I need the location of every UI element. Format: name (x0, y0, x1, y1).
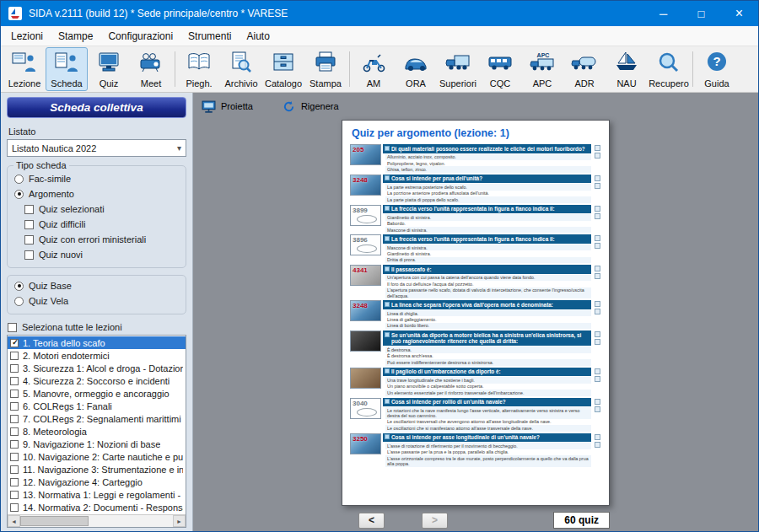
quiz-project-button[interactable] (595, 309, 600, 314)
quiz-select-button[interactable] (595, 331, 600, 337)
lesson-item[interactable]: 1. Teoria dello scafo (8, 336, 186, 349)
menu-item-stampe[interactable]: Stampe (51, 28, 100, 45)
checkbox-quiz-errori[interactable]: Quiz con errori ministeriali (24, 234, 180, 245)
lesson-item[interactable]: 2. Motori endotermici (8, 349, 186, 362)
radio-quiz-vela[interactable]: Quiz Vela (14, 296, 180, 306)
quiz-select-button[interactable] (595, 206, 600, 212)
menu-item-aiuto[interactable]: Aiuto (239, 28, 277, 45)
lesson-checkbox[interactable] (10, 503, 19, 512)
quiz-project-button[interactable] (595, 153, 600, 159)
close-button[interactable]: × (720, 1, 758, 26)
quiz-select-button[interactable] (595, 145, 600, 151)
scroll-right-icon[interactable]: ► (173, 515, 186, 527)
toolbar-button-archivio[interactable]: Archivio (220, 47, 262, 91)
toolbar-button-cqc[interactable]: CQC (479, 47, 521, 91)
lesson-checkbox[interactable] (10, 352, 19, 360)
quiz-project-button[interactable] (595, 183, 600, 189)
scrollbar-thumb[interactable] (20, 516, 89, 526)
lesson-item[interactable]: 12. Navigazione 4: Carteggio (8, 476, 186, 488)
quiz-answer: Alluminio, acciaio inox, composito. (385, 154, 591, 160)
checkbox-quiz-nuovi[interactable]: Quiz nuovi (24, 250, 180, 260)
lesson-checkbox[interactable] (10, 364, 19, 373)
lesson-checkbox[interactable] (10, 390, 19, 398)
toolbar-button-label: Guida (704, 78, 729, 89)
toolbar-button-superiori[interactable]: Superiori (437, 47, 479, 91)
toolbar-button-label: AM (367, 78, 381, 89)
lesson-item[interactable]: 9. Navigazione 1: Nozioni di base (8, 438, 186, 450)
toolbar-button-recupero[interactable]: Recupero (648, 47, 690, 91)
lesson-checkbox[interactable] (10, 478, 19, 486)
quiz-project-button[interactable] (595, 442, 600, 448)
lesson-checkbox[interactable] (10, 465, 19, 474)
toolbar-button-guida[interactable]: ? Guida (696, 47, 738, 91)
toolbar-button-meet[interactable]: Meet (130, 47, 172, 91)
toolbar-button-lezione[interactable]: Lezione (3, 47, 46, 91)
prev-page-button[interactable]: < (358, 513, 385, 529)
toolbar-button-am[interactable]: AM (353, 47, 395, 91)
listato-select[interactable]: Listato Nautica 2022 ▾ (7, 139, 186, 157)
lesson-item[interactable]: 10. Navigazione 2: Carte nautiche e pubb… (8, 450, 186, 463)
checkbox-quiz-difficili[interactable]: Quiz difficili (24, 219, 180, 229)
lesson-checkbox[interactable] (10, 402, 19, 411)
lesson-item[interactable]: 13. Normativa 1: Leggi e regolamenti - P… (8, 488, 186, 501)
scroll-left-icon[interactable]: ◄ (8, 515, 20, 527)
quiz-select-button[interactable] (595, 399, 600, 405)
toolbar-button-apc[interactable]: APC APC (521, 47, 563, 91)
quiz-project-button[interactable] (595, 213, 600, 219)
next-page-button[interactable]: > (422, 513, 448, 529)
lesson-checkbox[interactable] (10, 339, 19, 347)
checkbox-icon (24, 250, 34, 260)
lesson-item[interactable]: 5. Manovre, ormeggio e ancoraggio (8, 387, 186, 400)
toolbar-button-scheda[interactable]: Scheda (46, 47, 88, 91)
lesson-item[interactable]: 11. Navigazione 3: Strumentazione e intr… (8, 463, 186, 476)
radio-quiz-base[interactable]: Quiz Base (14, 281, 180, 291)
lesson-checkbox[interactable] (10, 415, 19, 423)
lesson-item[interactable]: 14. Normativa 2: Documenti - Responsabil… (8, 501, 186, 513)
minimize-button[interactable]: ─ (644, 1, 682, 26)
quiz-select-button[interactable] (595, 368, 600, 374)
lesson-item[interactable]: 3. Sicurezza 1: Alcol e droga - Dotazion… (8, 362, 186, 374)
quiz-select-button[interactable] (595, 175, 600, 181)
lesson-checkbox[interactable] (10, 427, 19, 436)
lesson-label: 8. Meteorologia (23, 427, 87, 437)
lesson-item[interactable]: 7. COLRegs 2: Segnalamenti marittimi e m… (8, 412, 186, 425)
quiz-project-button[interactable] (595, 243, 600, 249)
quiz-select-button[interactable] (595, 235, 600, 241)
lesson-item[interactable]: 8. Meteorologia (8, 425, 186, 438)
checkbox-quiz-selezionati[interactable]: Quiz selezionati (24, 204, 180, 214)
rigenera-button[interactable]: Rigenera (282, 100, 339, 113)
menu-item-lezioni[interactable]: Lezioni (3, 28, 51, 45)
lesson-checkbox[interactable] (10, 453, 19, 461)
lesson-checkbox[interactable] (10, 440, 19, 449)
quiz-item: 3040 Cosa si intende per rollio di un'un… (350, 398, 601, 432)
lesson-checkbox[interactable] (10, 491, 19, 499)
lesson-item[interactable]: 6. COLRegs 1: Fanali (8, 400, 186, 412)
quiz-project-button[interactable] (595, 376, 600, 382)
toolbar-button-stampa[interactable]: Stampa (304, 47, 347, 91)
checkbox-select-all-lessons[interactable]: Seleziona tutte le lezioni (8, 322, 186, 332)
toolbar-button-catalogo[interactable]: Catalogo (262, 47, 304, 91)
toolbar-button-nau[interactable]: NAU (606, 47, 648, 91)
menu-item-configurazioni[interactable]: Configurazioni (100, 28, 180, 45)
scrollbar-track[interactable] (20, 515, 173, 527)
maximize-button[interactable]: □ (682, 1, 720, 26)
horizontal-scrollbar[interactable]: ◄ ► (8, 514, 186, 527)
toolbar-button-ora[interactable]: ORA (395, 47, 437, 91)
quiz-project-button[interactable] (595, 339, 600, 345)
image-marker-icon (385, 176, 389, 180)
quiz-select-button[interactable] (595, 266, 600, 271)
lesson-item[interactable]: 4. Sicurezza 2: Soccorso e incidenti (8, 374, 186, 387)
radio-argomento[interactable]: Argomento (14, 189, 180, 199)
toolbar-button-piegh[interactable]: Piegh. (178, 47, 220, 91)
quiz-project-button[interactable] (595, 273, 600, 279)
toolbar-button-quiz[interactable]: Quiz (88, 47, 130, 91)
proietta-button[interactable]: Proietta (202, 100, 253, 113)
quiz-select-button[interactable] (595, 434, 600, 440)
toolbar-button-adr[interactable]: ADR (563, 47, 606, 91)
card-drawer-icon (270, 50, 297, 75)
menu-item-strumenti[interactable]: Strumenti (180, 28, 239, 45)
lesson-checkbox[interactable] (10, 377, 19, 385)
quiz-project-button[interactable] (595, 406, 600, 412)
radio-facsimile[interactable]: Fac-simile (14, 174, 180, 184)
quiz-select-button[interactable] (595, 301, 600, 307)
